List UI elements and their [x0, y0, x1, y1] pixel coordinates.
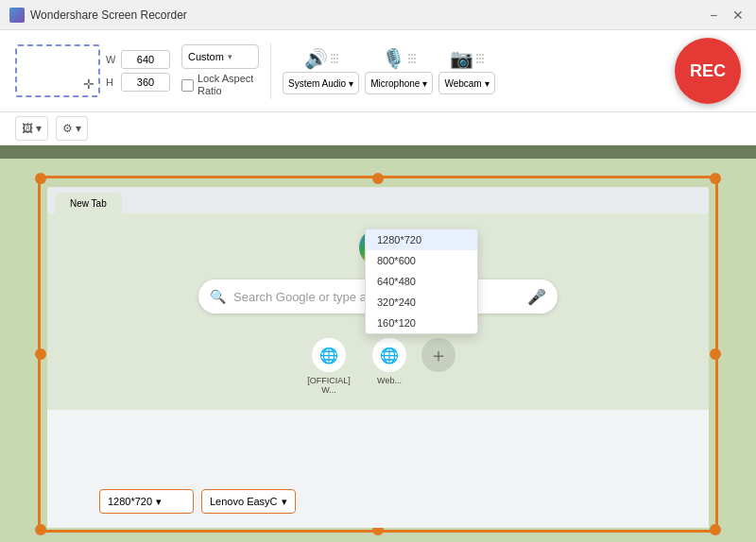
height-row: H	[106, 73, 170, 92]
dropdown-option-3[interactable]: 320*240	[366, 292, 477, 313]
resolution-selected: 1280*720	[108, 496, 152, 507]
width-input[interactable]	[121, 50, 170, 69]
handle-mid-left[interactable]	[35, 348, 46, 360]
dropdown-option-4[interactable]: 160*120	[366, 313, 477, 333]
app-icon	[9, 8, 25, 23]
system-audio-dots	[331, 54, 338, 63]
microphone-icon-row: 🎙️	[382, 47, 416, 70]
microphone-label: Microphone	[370, 78, 420, 89]
vertical-divider	[270, 42, 271, 99]
resolution-chevron: ▾	[156, 496, 162, 508]
microphone-icon: 🎙️	[382, 47, 405, 70]
shortcut-1-label: [OFFICIAL] W...	[301, 376, 357, 395]
custom-dropdown[interactable]: Custom ▾	[181, 44, 259, 69]
settings-icon: ⚙	[62, 122, 73, 135]
browser-tabs: New Tab	[47, 187, 709, 213]
screenshot-chevron: ▾	[36, 122, 42, 135]
close-button[interactable]: ✕	[730, 7, 747, 24]
webcam-label: Webcam	[444, 78, 481, 89]
speaker-icon: 🔊	[304, 47, 328, 70]
webcam-dots	[476, 54, 484, 63]
height-label: H	[106, 76, 117, 88]
system-audio-label: System Audio	[288, 78, 346, 89]
shortcut-1: 🌐 [OFFICIAL] W...	[301, 338, 357, 395]
av-controls: 🔊 System Audio ▾ 🎙️	[283, 47, 656, 94]
microphone-item: 🎙️ Microphone ▾	[365, 47, 433, 94]
chevron-down-icon: ▾	[228, 52, 252, 61]
webcam-dropdown[interactable]: Webcam ▾	[438, 72, 494, 94]
screenshot-toolbar-btn[interactable]: 🖼 ▾	[15, 116, 48, 141]
custom-dropdown-label: Custom	[188, 51, 224, 62]
system-audio-dropdown[interactable]: System Audio ▾	[283, 72, 359, 94]
add-shortcut-icon: ＋	[421, 338, 455, 372]
add-shortcut[interactable]: ＋	[421, 338, 455, 395]
width-row: W	[106, 50, 170, 69]
lock-aspect-ratio: Lock Aspect Ratio	[181, 73, 259, 97]
settings-chevron: ▾	[76, 122, 81, 135]
microphone-dropdown[interactable]: Microphone ▾	[365, 72, 433, 94]
lenovo-dropdown-trigger[interactable]: Lenovo EasyC ▾	[201, 489, 296, 514]
handle-top-mid[interactable]	[372, 173, 384, 184]
lock-checkbox[interactable]	[181, 79, 194, 92]
system-audio-chevron: ▾	[349, 78, 353, 89]
webcam-item: 📷 Webcam ▾	[438, 47, 494, 94]
handle-bottom-left[interactable]	[35, 524, 46, 535]
system-audio-icon-row: 🔊	[304, 47, 338, 70]
dropdown-option-1[interactable]: 800*600	[366, 250, 477, 271]
width-label: W	[106, 54, 117, 65]
handle-top-right[interactable]	[710, 173, 721, 184]
webcam-chevron: ▾	[485, 78, 490, 89]
microphone-chevron: ▾	[422, 78, 427, 89]
system-audio-item: 🔊 System Audio ▾	[283, 47, 359, 94]
window-controls: − ✕	[705, 7, 747, 24]
selection-area: ✛ W H	[15, 44, 170, 97]
shortcuts-row: 🌐 [OFFICIAL] W... 🌐 Web... ＋	[301, 338, 455, 395]
resolution-controls: 1280*720 ▾ Lenovo EasyC ▾	[99, 489, 296, 514]
resolution-dropdown-trigger[interactable]: 1280*720 ▾	[99, 489, 194, 514]
handle-bottom-right[interactable]	[710, 524, 721, 535]
dropdown-option-0[interactable]: 1280*720	[366, 229, 477, 250]
title-bar: Wondershare Screen Recorder − ✕	[0, 0, 756, 30]
bottom-toolbar: 🖼 ▾ ⚙ ▾	[0, 112, 756, 145]
shortcut-2: 🌐 Web...	[372, 338, 406, 395]
settings-toolbar-btn[interactable]: ⚙ ▾	[56, 116, 88, 141]
height-input[interactable]	[121, 73, 170, 92]
lenovo-chevron: ▾	[282, 496, 287, 508]
resolution-dropdown-popup: 1280*720 800*600 640*480 320*240 160*120	[365, 229, 478, 334]
control-panel: ✛ W H Custom ▾ Lock Aspect Rati	[0, 30, 756, 112]
shortcut-1-icon: 🌐	[312, 338, 346, 372]
screenshot-area: New Tab 🔍 Search Google or type a URL 🎤 …	[0, 159, 756, 542]
search-icon: 🔍	[210, 289, 226, 304]
webcam-icon-row: 📷	[450, 47, 484, 70]
mic-icon: 🎤	[527, 288, 546, 306]
cursor-icon: ✛	[83, 76, 94, 92]
browser-tab: New Tab	[55, 193, 122, 213]
screenshot-icon: 🖼	[22, 122, 33, 135]
minimize-button[interactable]: −	[705, 7, 722, 24]
lock-aspect-label: Lock Aspect Ratio	[198, 73, 259, 97]
main-controls-row: ✛ W H Custom ▾ Lock Aspect Rati	[15, 38, 741, 104]
webcam-icon: 📷	[450, 47, 473, 70]
shortcut-2-icon: 🌐	[372, 338, 406, 372]
dropdown-option-2[interactable]: 640*480	[366, 271, 477, 292]
handle-top-left[interactable]	[35, 173, 46, 184]
rec-button[interactable]: REC	[675, 38, 741, 104]
wh-inputs: W H	[106, 50, 170, 92]
lenovo-selected: Lenovo EasyC	[210, 496, 278, 507]
microphone-dots	[408, 54, 416, 63]
shortcut-2-label: Web...	[377, 376, 402, 385]
selection-preview: ✛	[15, 44, 100, 97]
app-title: Wondershare Screen Recorder	[30, 8, 705, 22]
handle-mid-right[interactable]	[710, 348, 721, 360]
custom-lock-area: Custom ▾ Lock Aspect Ratio	[181, 44, 259, 97]
